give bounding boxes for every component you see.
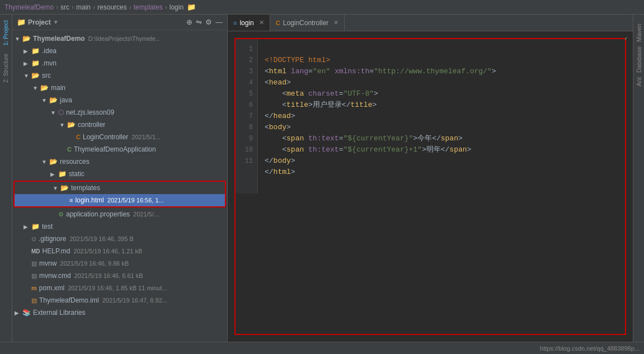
spring-icon: C (67, 146, 72, 153)
breadcrumb-folder-icon: 📁 (187, 3, 196, 11)
line-number: 1 (236, 44, 257, 55)
tree-item-label: application.properties (66, 210, 130, 218)
file-icon: ▤ (31, 272, 37, 280)
arrow-icon: ▼ (32, 85, 40, 91)
tree-item-meta: 2021/5/19 16:47, 8.92... (102, 297, 167, 304)
status-url: https://blog.csdn.net/qq_4883898p... (540, 345, 640, 352)
ant-panel-label[interactable]: Ant (636, 77, 642, 87)
tree-item-java[interactable]: ▼ 📂 java (12, 94, 227, 106)
sidebar-title-label: Project (28, 18, 51, 26)
props-icon: ⚙ (58, 211, 64, 218)
tree-item-mvnwcmd[interactable]: ▤ mvnw.cmd 2021/5/19 16:46, 6.61 kB (12, 270, 227, 282)
tree-item-login-html[interactable]: ≡ login.html 2021/5/19 16:56, 1... (15, 194, 225, 206)
line-number: 6 (236, 100, 257, 111)
ext-icon: 📚 (22, 309, 31, 317)
tree-item-extlibs[interactable]: ▶ 📚 External Libraries (12, 306, 227, 319)
tree-item-idea[interactable]: ▶ 📁 .idea (12, 45, 227, 57)
arrow-icon: ▶ (23, 224, 31, 230)
tab-logincontroller[interactable]: C LoginController ✕ (270, 15, 345, 31)
line-numbers: 1 2 3 4 5 6 7 8 9 10 11 (236, 39, 258, 193)
tree-item-helpmd[interactable]: MD HELP.md 2021/5/19 16:46, 1.21 kB (12, 245, 227, 257)
sidebar: 📁 Project ▼ ⊕ ⇋ ⚙ — ▼ 📂 Thyme (12, 15, 228, 342)
tree-item-templates[interactable]: ▼ 📂 templates (15, 182, 225, 194)
expand-icon[interactable]: ⇋ (196, 18, 202, 26)
tree-item-package[interactable]: ▼ ⬡ net.zjs.lesson09 (12, 106, 227, 119)
tree-item-label: HELP.md (43, 247, 70, 255)
settings-icon[interactable]: ⚙ (205, 18, 212, 26)
arrow-icon: ▼ (59, 122, 67, 128)
breadcrumb-item[interactable]: templates (134, 3, 163, 11)
tree-item-mvnw[interactable]: ▤ mvnw 2021/5/19 16:46, 9.86 kB (12, 257, 227, 270)
breadcrumb-sep: › (72, 3, 74, 11)
left-tab-structure[interactable]: 2: Structure (1, 50, 11, 86)
folder-open-icon: 📂 (31, 72, 40, 79)
status-bar: https://blog.csdn.net/qq_4883898p... (0, 342, 644, 354)
locate-icon[interactable]: ⊕ (186, 18, 192, 26)
tab-login[interactable]: ≡ login ✕ (228, 15, 270, 31)
folder-open-icon: 📂 (49, 96, 58, 104)
arrow-icon: ▼ (50, 110, 58, 116)
tree-item-pomxml[interactable]: m pom.xml 2021/5/19 16:46, 1.85 kB 11 mi… (12, 282, 227, 294)
tree-item-test[interactable]: ▶ 📁 test (12, 220, 227, 233)
line-number: 3 (236, 66, 257, 77)
line-number: 5 (236, 88, 257, 100)
breadcrumb-item[interactable]: main (76, 3, 91, 11)
folder-open-icon: 📂 (49, 158, 58, 166)
tree-item-label: test (42, 223, 53, 230)
tab-label: login (239, 19, 253, 27)
code-content[interactable]: <!DOCTYPE html> <html lang="en" xmlns:th… (258, 39, 625, 193)
tree-item-label: templates (71, 184, 100, 192)
md-icon: MD (31, 248, 40, 254)
templates-highlight-container: ▼ 📂 templates ≡ login.html 2021/5/19 16:… (13, 181, 226, 207)
line-number: 7 (236, 111, 257, 122)
folder-open-icon: 📂 (40, 84, 49, 92)
left-tab-project[interactable]: 1: Project (1, 17, 11, 49)
tree-item-root[interactable]: ▼ 📂 ThymeleafDemo D:\IdeaProjects\Thymel… (12, 32, 227, 45)
tree-item-meta: 2021/5/19 16:46, 6.61 kB (74, 272, 143, 279)
sidebar-header: 📁 Project ▼ ⊕ ⇋ ⚙ — (12, 15, 227, 30)
breadcrumb-item[interactable]: src (60, 3, 69, 11)
minimize-icon[interactable]: — (215, 18, 223, 26)
tree-item-label: login.html (75, 196, 104, 204)
tab-close-btn[interactable]: ✕ (333, 19, 339, 26)
tab-bar: ≡ login ✕ C LoginController ✕ (228, 15, 633, 31)
tree-item-controller[interactable]: ▼ 📂 controller (12, 119, 227, 131)
line-number: 2 (236, 55, 257, 66)
tree-item-label: External Libraries (33, 309, 85, 317)
folder-open-icon: 📂 (67, 121, 76, 129)
breadcrumb-item[interactable]: resources (97, 3, 127, 11)
sidebar-dropdown-arrow[interactable]: ▼ (53, 19, 59, 25)
tree-item-label: main (51, 84, 65, 92)
editor[interactable]: 1 2 3 4 5 6 7 8 9 10 11 (236, 39, 625, 334)
left-tab-bar: 1: Project 2: Structure (0, 15, 12, 342)
gitignore-icon: ⊙ (31, 235, 36, 243)
tree-item-app[interactable]: C ThymeleafDemoApplication (12, 143, 227, 155)
database-panel-label[interactable]: Database (636, 46, 642, 73)
tree-item-static[interactable]: ▶ 📁 static (12, 168, 227, 180)
tree-item-logincontroller[interactable]: C LoginController 2021/5/1... (12, 131, 227, 143)
tree-item-application-props[interactable]: ⚙ application.properties 2021/5/... (12, 208, 227, 220)
tree-item-gitignore[interactable]: ⊙ .gitignore 2021/5/19 16:46, 395 B (12, 233, 227, 245)
arrow-icon: ▼ (23, 73, 31, 79)
tree-item-label: mvnw (39, 259, 57, 267)
line-number: 10 (236, 144, 257, 155)
arrow-icon: ▶ (15, 310, 22, 316)
tree-item-resources[interactable]: ▼ 📂 resources (12, 155, 227, 168)
breadcrumb-item-active[interactable]: login (170, 3, 184, 11)
sidebar-title: 📁 Project ▼ (17, 18, 59, 26)
tree-item-label: pom.xml (39, 284, 64, 292)
tree-item-main[interactable]: ▼ 📂 main (12, 82, 227, 94)
content-area: ≡ login ✕ C LoginController ✕ ✓ � (228, 15, 633, 342)
tab-close-btn[interactable]: ✕ (259, 19, 264, 26)
breadcrumb-sep: › (56, 3, 58, 11)
tree-item-label: java (60, 96, 72, 104)
tree-item-mvn[interactable]: ▶ 📁 .mvn (12, 57, 227, 69)
maven-panel-label[interactable]: Maven (636, 23, 642, 42)
tree-item-label: .idea (42, 47, 57, 55)
tree-item-iml[interactable]: ▤ ThymeleafDemo.iml 2021/5/19 16:47, 8.9… (12, 294, 227, 306)
breadcrumb-sep: › (93, 3, 95, 11)
breadcrumb-sep: › (165, 3, 167, 11)
breadcrumb-item[interactable]: ThymeleafDemo (4, 3, 54, 11)
arrow-icon: ▶ (23, 60, 31, 67)
tree-item-src[interactable]: ▼ 📂 src (12, 69, 227, 82)
